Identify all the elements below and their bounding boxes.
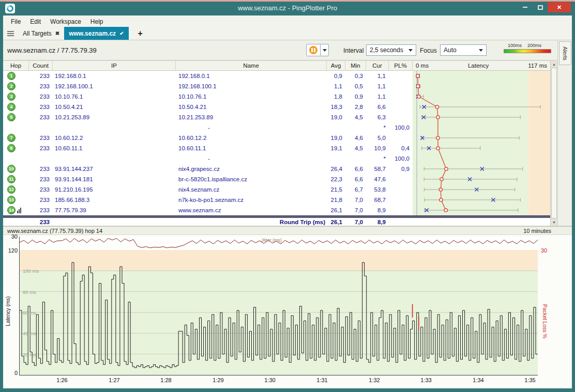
- hop-count: 233: [29, 174, 53, 184]
- hop-pl: 0,9: [389, 164, 413, 174]
- focus-label: Focus: [420, 47, 437, 54]
- latency-axis-min: 0: [4, 370, 18, 376]
- x-axis-line: [19, 375, 538, 375]
- close-button[interactable]: ✕: [548, 2, 571, 12]
- time-label: 1:26: [53, 377, 71, 383]
- hop-avg: 21,5: [327, 184, 345, 195]
- maximize-button[interactable]: [533, 2, 548, 12]
- latency-legend: 100ms 200ms: [504, 43, 551, 54]
- hop-name: 10.50.4.21: [176, 102, 327, 112]
- rt-min: 7,0: [345, 218, 366, 226]
- hop-number-badge: 3: [7, 92, 16, 101]
- scroll-down-arrow[interactable]: ▼: [551, 218, 557, 226]
- hop-cur: 8,9: [366, 205, 389, 215]
- menu-workspace[interactable]: Workspace: [46, 17, 86, 27]
- alerts-panel-tab[interactable]: Alerts: [559, 41, 571, 65]
- target-host: www.seznam.cz / 77.75.79.39: [7, 46, 97, 54]
- tab-label: www.seznam.cz: [69, 30, 116, 37]
- hop-min: 6,6: [345, 164, 366, 174]
- hop-cell: 5: [3, 112, 29, 122]
- hop-name: br-c-5820c1.ispalliance.cz: [176, 174, 327, 184]
- hops-latency-graph[interactable]: [413, 71, 550, 215]
- rt-label: Round Trip (ms): [176, 218, 327, 226]
- chevron-down-icon: [408, 49, 413, 52]
- titlebar[interactable]: www.seznam.cz - PingPlotter Pro ✕: [0, 2, 575, 15]
- hop-avg: 1,8: [327, 91, 345, 102]
- header-ip[interactable]: IP: [53, 61, 176, 70]
- hop-ip: [53, 122, 176, 133]
- hop-ip: 93.91.144.181: [53, 174, 176, 184]
- latency-timeline-graph[interactable]: [20, 250, 538, 375]
- legend-100ms-label: 100ms: [508, 43, 522, 48]
- tab-all-targets[interactable]: All Targets ✖: [18, 27, 64, 40]
- hop-cur: 1,1: [366, 81, 389, 91]
- header-count[interactable]: Count: [29, 61, 53, 70]
- rt-hop-cell: [3, 218, 29, 226]
- scroll-up-arrow[interactable]: ▲: [551, 60, 557, 68]
- menu-help[interactable]: Help: [86, 17, 108, 27]
- hop-ip: 185.66.188.3: [53, 195, 176, 205]
- hop-count: 233: [29, 195, 53, 205]
- menu-edit[interactable]: Edit: [25, 17, 46, 27]
- header-name[interactable]: Name: [176, 61, 327, 70]
- scroll-thumb[interactable]: [551, 68, 557, 218]
- hop-min: 4,6: [345, 133, 366, 143]
- hop-count: 233: [29, 112, 53, 122]
- tab-list-icon[interactable]: [7, 31, 14, 36]
- table-vertical-scrollbar[interactable]: ▲ ▼: [550, 60, 557, 226]
- table-header: Hop Count IP Name Avg Min Cur PL% 0 ms L…: [3, 60, 550, 71]
- header-avg[interactable]: Avg: [327, 61, 345, 70]
- chevron-down-icon: [323, 49, 327, 52]
- pause-button[interactable]: [306, 44, 321, 56]
- hop-number-badge: 5: [7, 113, 16, 121]
- focus-select[interactable]: Auto: [440, 44, 487, 56]
- header-latency-scale: 0 ms Latency 117 ms: [413, 61, 550, 70]
- hop-ip: 77.75.79.39: [53, 205, 176, 215]
- hop-min: 4,5: [345, 143, 366, 153]
- tab-close-icon[interactable]: ✖: [55, 30, 59, 36]
- rt-pl: [389, 218, 413, 226]
- window-title: www.seznam.cz - PingPlotter Pro: [0, 4, 575, 12]
- hop-count: 233: [29, 102, 53, 112]
- hop-min: 6,6: [345, 174, 366, 184]
- minimize-button[interactable]: [518, 2, 533, 12]
- hop-ip: 192.168.100.1: [53, 81, 176, 91]
- pause-dropdown-button[interactable]: [321, 44, 329, 56]
- hop-cur: 6,3: [366, 112, 389, 122]
- hop-number-badge: 2: [7, 82, 16, 90]
- header-cur[interactable]: Cur: [366, 61, 389, 70]
- hop-number-badge: 1: [7, 72, 16, 80]
- hop-ip: 91.210.16.195: [53, 184, 176, 195]
- hop-avg: 1,1: [327, 81, 345, 91]
- round-trip-row[interactable]: 233 Round Trip (ms) 26,1 7,0 8,9: [3, 218, 550, 226]
- hop-name: -: [176, 122, 327, 133]
- hop-cell: 14: [3, 205, 29, 215]
- time-label: 1:28: [157, 377, 175, 383]
- header-pl[interactable]: PL%: [389, 61, 413, 70]
- hop-avg: 21,8: [327, 195, 345, 205]
- hop-pl: 100,0: [389, 122, 413, 133]
- packet-loss-axis-max: 30: [541, 247, 547, 254]
- tab-label: All Targets: [23, 30, 52, 37]
- header-hop[interactable]: Hop: [3, 61, 29, 70]
- hop-ip: [53, 153, 176, 164]
- tab-www-seznam-cz[interactable]: www.seznam.cz ✔: [64, 27, 128, 40]
- hop-cell: [3, 122, 29, 133]
- y-axis-line: [19, 237, 20, 375]
- menu-file[interactable]: File: [6, 17, 25, 27]
- hop-count: 233: [29, 133, 53, 143]
- time-label: 1:35: [521, 377, 539, 383]
- timeline-range-label[interactable]: 10 minutes: [523, 228, 551, 234]
- timeline-pane: www.seznam.cz (77.75.79.39) hop 14 10 mi…: [3, 227, 572, 388]
- hop-cur: *: [366, 153, 389, 164]
- hop-number-badge: 12: [7, 185, 16, 194]
- time-label: 1:33: [417, 377, 435, 383]
- hop-count: 233: [29, 91, 53, 102]
- new-tab-button[interactable]: +: [138, 29, 143, 38]
- header-min[interactable]: Min: [345, 61, 366, 70]
- interval-select[interactable]: 2,5 seconds: [366, 44, 416, 56]
- hop-avg: 0,9: [327, 71, 345, 81]
- hop-count: 233: [29, 184, 53, 195]
- hop-pl: [389, 184, 413, 195]
- pause-control: [306, 44, 329, 56]
